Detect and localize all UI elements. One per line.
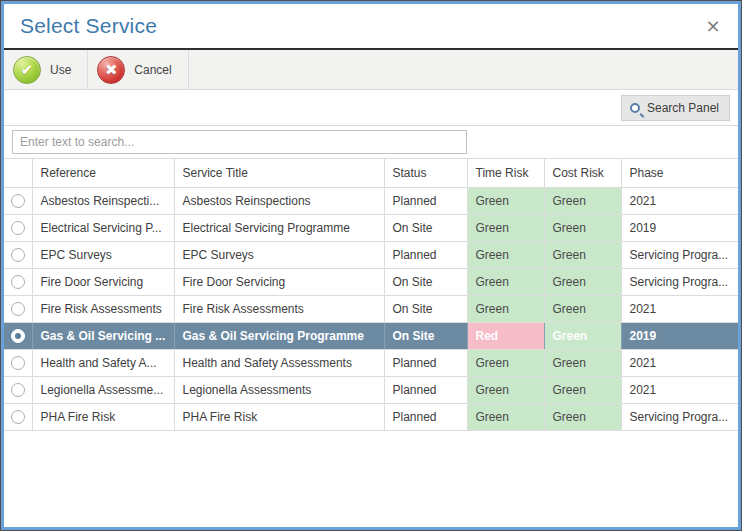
table-row[interactable]: EPC Surveys EPC Surveys Planned Green Gr…: [4, 242, 738, 269]
cell-cost-risk: Green: [544, 242, 621, 269]
title-bar: Select Service ×: [4, 4, 738, 48]
page-title: Select Service: [20, 14, 157, 38]
cell-reference: EPC Surveys: [32, 242, 174, 269]
column-header-radio: [4, 159, 32, 188]
row-radio[interactable]: [11, 410, 25, 424]
cell-time-risk: Green: [467, 350, 544, 377]
row-radio[interactable]: [11, 383, 25, 397]
cell-reference: Fire Door Servicing: [32, 269, 174, 296]
table-row[interactable]: Asbestos Reinspecti... Asbestos Reinspec…: [4, 188, 738, 215]
cell-reference: PHA Fire Risk: [32, 404, 174, 431]
table-row[interactable]: Legionella Assessme... Legionella Assess…: [4, 377, 738, 404]
check-circle-icon: ✔: [13, 56, 41, 84]
cell-time-risk: Green: [467, 377, 544, 404]
column-header-status[interactable]: Status: [384, 159, 467, 188]
cell-service-title: Electrical Servicing Programme: [174, 215, 384, 242]
cell-status: On Site: [384, 323, 467, 350]
row-radio[interactable]: [11, 194, 25, 208]
row-radio[interactable]: [11, 248, 25, 262]
cell-phase: 2021: [621, 350, 738, 377]
cell-status: Planned: [384, 404, 467, 431]
cell-service-title: Health and Safety Assessments: [174, 350, 384, 377]
cell-time-risk: Red: [467, 323, 544, 350]
column-header-reference[interactable]: Reference: [32, 159, 174, 188]
cell-service-title: Gas & Oil Servicing Programme: [174, 323, 384, 350]
cancel-button[interactable]: ✖ Cancel: [88, 50, 188, 89]
cell-service-title: PHA Fire Risk: [174, 404, 384, 431]
cell-status: Planned: [384, 377, 467, 404]
row-radio[interactable]: [11, 356, 25, 370]
cell-cost-risk: Green: [544, 215, 621, 242]
cell-phase: Servicing Progra...: [621, 242, 738, 269]
row-radio[interactable]: [11, 302, 25, 316]
search-panel-button-label: Search Panel: [647, 101, 719, 115]
cell-status: On Site: [384, 215, 467, 242]
cell-cost-risk: Green: [544, 377, 621, 404]
use-button[interactable]: ✔ Use: [4, 50, 88, 89]
cell-phase: 2021: [621, 296, 738, 323]
cell-service-title: EPC Surveys: [174, 242, 384, 269]
header-row: Reference Service Title Status Time Risk…: [4, 159, 738, 188]
close-icon[interactable]: ×: [702, 14, 724, 36]
column-header-phase[interactable]: Phase: [621, 159, 738, 188]
select-service-dialog: Select Service × ✔ Use ✖ Cancel Search P…: [0, 0, 742, 531]
cell-reference: Gas & Oil Servicing ...: [32, 323, 174, 350]
search-panel-button[interactable]: Search Panel: [621, 95, 730, 121]
search-panel-strip: Search Panel: [4, 90, 738, 126]
cell-service-title: Fire Door Servicing: [174, 269, 384, 296]
table-row[interactable]: PHA Fire Risk PHA Fire Risk Planned Gree…: [4, 404, 738, 431]
cell-status: Planned: [384, 188, 467, 215]
cell-phase: Servicing Progra...: [621, 404, 738, 431]
table-row[interactable]: Health and Safety A... Health and Safety…: [4, 350, 738, 377]
cell-cost-risk: Green: [544, 323, 621, 350]
cell-cost-risk: Green: [544, 269, 621, 296]
cell-status: On Site: [384, 269, 467, 296]
column-header-service-title[interactable]: Service Title: [174, 159, 384, 188]
cross-circle-icon: ✖: [97, 56, 125, 84]
row-radio[interactable]: [11, 221, 25, 235]
cell-reference: Health and Safety A...: [32, 350, 174, 377]
cell-cost-risk: Green: [544, 350, 621, 377]
column-header-cost-risk[interactable]: Cost Risk: [544, 159, 621, 188]
services-grid: Reference Service Title Status Time Risk…: [4, 158, 738, 527]
cell-status: Planned: [384, 350, 467, 377]
row-radio[interactable]: [11, 329, 25, 343]
table-row[interactable]: Fire Door Servicing Fire Door Servicing …: [4, 269, 738, 296]
cell-reference: Electrical Servicing P...: [32, 215, 174, 242]
table-row[interactable]: Electrical Servicing P... Electrical Ser…: [4, 215, 738, 242]
cell-time-risk: Green: [467, 188, 544, 215]
toolbar: ✔ Use ✖ Cancel: [4, 48, 738, 90]
cell-phase: 2019: [621, 323, 738, 350]
cancel-button-label: Cancel: [134, 63, 171, 77]
cell-time-risk: Green: [467, 404, 544, 431]
search-row: [4, 126, 738, 158]
search-input[interactable]: [12, 130, 467, 154]
cell-phase: 2021: [621, 188, 738, 215]
cell-phase: 2021: [621, 377, 738, 404]
cell-time-risk: Green: [467, 242, 544, 269]
cell-status: Planned: [384, 242, 467, 269]
cell-service-title: Legionella Assessments: [174, 377, 384, 404]
cell-cost-risk: Green: [544, 404, 621, 431]
column-header-time-risk[interactable]: Time Risk: [467, 159, 544, 188]
cell-status: On Site: [384, 296, 467, 323]
dialog-content: Select Service × ✔ Use ✖ Cancel Search P…: [4, 4, 738, 527]
cell-service-title: Asbestos Reinspections: [174, 188, 384, 215]
row-radio[interactable]: [11, 275, 25, 289]
use-button-label: Use: [50, 63, 71, 77]
search-icon: [630, 103, 640, 113]
cell-time-risk: Green: [467, 215, 544, 242]
cell-cost-risk: Green: [544, 188, 621, 215]
cell-phase: 2019: [621, 215, 738, 242]
cell-reference: Legionella Assessme...: [32, 377, 174, 404]
table-row-selected[interactable]: Gas & Oil Servicing ... Gas & Oil Servic…: [4, 323, 738, 350]
cell-phase: Servicing Progra...: [621, 269, 738, 296]
cell-reference: Fire Risk Assessments: [32, 296, 174, 323]
table-row[interactable]: Fire Risk Assessments Fire Risk Assessme…: [4, 296, 738, 323]
cell-service-title: Fire Risk Assessments: [174, 296, 384, 323]
cell-time-risk: Green: [467, 269, 544, 296]
cell-cost-risk: Green: [544, 296, 621, 323]
cell-time-risk: Green: [467, 296, 544, 323]
cell-reference: Asbestos Reinspecti...: [32, 188, 174, 215]
